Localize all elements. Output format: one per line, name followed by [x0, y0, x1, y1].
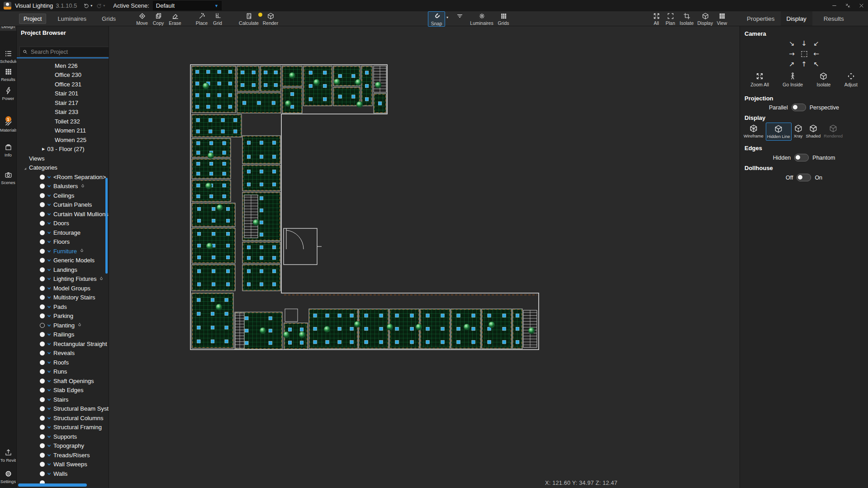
zoom-all-button[interactable]: Zoom All — [750, 72, 769, 87]
chevron-down-icon[interactable] — [47, 426, 51, 429]
category-item-model-groups[interactable]: Model Groups — [16, 284, 109, 293]
sidebar-item-scenes[interactable]: Scenes — [0, 171, 16, 185]
chevron-down-icon[interactable] — [47, 259, 51, 262]
visibility-toggle[interactable] — [40, 212, 45, 217]
tree-item-office-230[interactable]: Office 230 — [16, 71, 109, 80]
category-item-balusters[interactable]: Balusters — [16, 182, 109, 191]
visibility-toggle[interactable] — [40, 249, 45, 254]
snap-filter-button[interactable] — [453, 11, 466, 20]
panel-tab-display[interactable]: Display — [781, 11, 812, 26]
category-item-curtain-panels[interactable]: Curtain Panels — [16, 200, 109, 210]
category-item-reveals[interactable]: Reveals — [16, 349, 109, 358]
ribbon-tab-grids[interactable]: Grids — [98, 14, 120, 24]
category-item-structural-framing[interactable]: Structural Framing — [16, 423, 109, 432]
display-mode-wireframe[interactable]: Wireframe — [743, 123, 764, 140]
category-item-structural-beam-systems[interactable]: Structural Beam Systems — [16, 404, 109, 414]
chevron-down-icon[interactable] — [47, 361, 51, 364]
chevron-down-icon[interactable] — [47, 333, 51, 336]
chevron-down-icon[interactable] — [47, 342, 51, 346]
tree-item-stair-233[interactable]: Stair 233 — [16, 108, 109, 117]
chevron-down-icon[interactable] — [47, 203, 51, 206]
category-item-slab-edges[interactable]: Slab Edges — [16, 386, 109, 395]
chevron-down-icon[interactable] — [47, 314, 51, 317]
visibility-toggle[interactable] — [40, 360, 45, 365]
category-item-furniture[interactable]: Furniture — [16, 246, 109, 256]
chevron-down-icon[interactable] — [47, 250, 51, 253]
panel-tab-properties[interactable]: Properties — [741, 11, 781, 26]
visibility-toggle[interactable] — [40, 221, 45, 226]
close-button[interactable] — [854, 0, 868, 11]
visibility-toggle[interactable] — [40, 323, 45, 328]
chevron-down-icon[interactable] — [47, 389, 51, 392]
visibility-toggle[interactable] — [40, 239, 45, 244]
category-item-landings[interactable]: Landings — [16, 265, 109, 275]
horizontal-scrollbar[interactable] — [18, 483, 87, 487]
minimize-button[interactable] — [827, 0, 841, 11]
chevron-down-icon[interactable] — [47, 417, 51, 420]
category-item-roofs[interactable]: Roofs — [16, 358, 109, 367]
visibility-toggle[interactable] — [40, 416, 45, 421]
category-item-generic-models[interactable]: Generic Models — [16, 256, 109, 265]
vertical-scrollbar[interactable] — [105, 178, 108, 274]
sidebar-item-schedule[interactable]: Schedule — [0, 49, 16, 64]
visibility-toggle[interactable] — [40, 341, 45, 346]
camera-arrow-3[interactable]: → — [789, 51, 795, 57]
visibility-toggle[interactable] — [40, 295, 45, 300]
edges-toggle[interactable] — [794, 154, 809, 161]
sidebar-item-settings[interactable]: Settings — [0, 469, 16, 484]
go-inside-button[interactable]: Go Inside — [783, 72, 803, 87]
tree-item-men-226[interactable]: Men 226 — [16, 61, 109, 71]
projection-toggle[interactable] — [792, 104, 806, 111]
isolate-button[interactable]: Isolate — [678, 11, 696, 26]
chevron-down-icon[interactable] — [47, 277, 51, 280]
category-item-floors[interactable]: Floors — [16, 237, 109, 247]
restore-button[interactable] — [841, 0, 854, 11]
visibility-toggle[interactable] — [40, 443, 45, 448]
category-item-railings[interactable]: Railings — [16, 330, 109, 340]
tree-item-categories[interactable]: Categories — [16, 163, 109, 173]
chevron-down-icon[interactable] — [47, 379, 51, 383]
grid-button[interactable]: Grid — [210, 11, 225, 26]
display-mode-hidden-line[interactable]: Hidden Line — [766, 123, 792, 141]
visibility-toggle[interactable] — [40, 397, 45, 402]
view-button[interactable]: View — [715, 11, 729, 26]
tree-item-office-231[interactable]: Office 231 — [16, 80, 109, 89]
visibility-toggle[interactable] — [40, 267, 45, 272]
chevron-down-icon[interactable] — [47, 305, 51, 308]
undo-button[interactable]: ▾ — [83, 3, 92, 9]
category-item-ceilings[interactable]: Ceilings — [16, 191, 109, 200]
category-item-runs[interactable]: Runs — [16, 367, 109, 377]
chevron-down-icon[interactable] — [47, 444, 51, 447]
chevron-down-icon[interactable] — [47, 175, 51, 179]
camera-arrow-0[interactable]: ↘ — [789, 40, 795, 47]
canvas[interactable]: X: 121.60 Y: 34.97 Z: 12.47 — [109, 26, 740, 488]
visibility-toggle[interactable] — [40, 258, 45, 263]
category-item-room-separation[interactable]: <Room Separation> — [16, 172, 109, 182]
category-item-rectangular-straight-wall-o[interactable]: Rectangular Straight Wall O — [16, 339, 109, 349]
calculate-button[interactable]: Calculate — [237, 11, 261, 26]
sidebar-item-results[interactable]: Results — [0, 67, 16, 82]
visibility-toggle[interactable] — [40, 313, 45, 318]
expand-arrow-icon[interactable] — [23, 166, 27, 170]
snap-dropdown-caret[interactable]: ▾ — [445, 15, 450, 19]
camera-arrow-5[interactable]: ← — [813, 51, 819, 57]
category-item-multistory-stairs[interactable]: Multistory Stairs — [16, 293, 109, 303]
ribbon-tab-luminaires[interactable]: Luminaires — [53, 14, 90, 24]
redo-button[interactable]: ▾ — [96, 3, 105, 9]
visibility-toggle[interactable] — [40, 379, 45, 384]
chevron-down-icon[interactable] — [47, 194, 51, 197]
camera-center-icon[interactable] — [801, 51, 807, 57]
tree-item-floor[interactable]: ▶03 - Floor (27) — [16, 145, 109, 154]
visibility-toggle[interactable] — [40, 453, 45, 458]
display-button[interactable]: Display — [696, 11, 715, 26]
chevron-down-icon[interactable] — [47, 213, 51, 216]
camera-arrow-7[interactable]: ↑ — [801, 61, 807, 68]
visibility-toggle[interactable] — [40, 286, 45, 291]
luminaires-button[interactable]: Luminaires — [469, 11, 495, 26]
visibility-toggle[interactable] — [40, 184, 45, 189]
visibility-toggle[interactable] — [40, 406, 45, 411]
category-item-planting[interactable]: Planting — [16, 321, 109, 330]
chevron-down-icon[interactable] — [47, 185, 51, 188]
chevron-down-icon[interactable] — [47, 398, 51, 401]
display-mode-xray[interactable]: Xray — [793, 123, 804, 140]
